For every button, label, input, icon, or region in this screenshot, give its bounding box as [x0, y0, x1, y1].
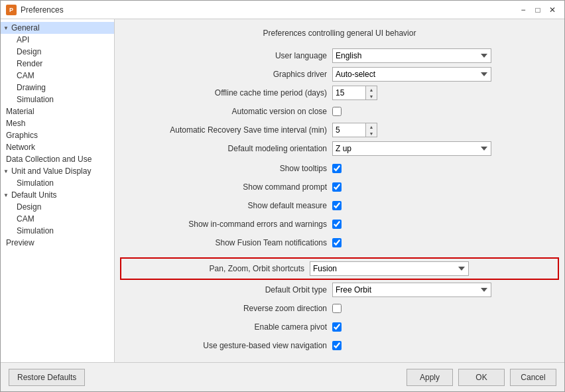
offline-cache-row: Offline cache time period (days) ▲ ▼: [120, 86, 559, 100]
auto-recovery-input[interactable]: [332, 123, 365, 137]
user-language-select[interactable]: English Français Deutsch: [332, 48, 491, 63]
sidebar-item-render[interactable]: Render: [11, 58, 114, 70]
pan-zoom-label: Pan, Zoom, Orbit shortcuts: [124, 264, 310, 273]
reverse-zoom-checkbox[interactable]: [332, 304, 342, 313]
sidebar-item-cam2[interactable]: CAM: [11, 213, 114, 225]
graphics-driver-select[interactable]: Auto-select DirectX 11 OpenGL: [332, 67, 491, 82]
sidebar-default-units-children: Design CAM Simulation: [1, 201, 114, 237]
offline-cache-up-btn[interactable]: ▲: [366, 86, 377, 93]
auto-recovery-up-btn[interactable]: ▲: [366, 123, 377, 130]
footer-right: Apply OK Cancel: [407, 369, 556, 386]
sidebar-item-drawing[interactable]: Drawing: [11, 82, 114, 94]
default-orbit-row: Default Orbit type Free Orbit Constraine…: [120, 283, 559, 297]
sidebar-item-mesh[interactable]: Mesh: [1, 117, 114, 129]
auto-version-label: Automatic version on close: [120, 107, 332, 116]
window-title: Preferences: [21, 5, 64, 15]
show-fusion-checkbox[interactable]: [332, 238, 342, 247]
chevron-down-icon: ▼: [3, 25, 9, 31]
enable-camera-label: Enable camera pivot: [120, 322, 332, 332]
panel-header: Preferences controlling general UI behav…: [120, 25, 559, 42]
show-command-label: Show command prompt: [120, 182, 332, 192]
right-panel: Preferences controlling general UI behav…: [115, 19, 564, 362]
show-default-checkbox[interactable]: [332, 201, 342, 210]
user-language-row: User language English Français Deutsch: [120, 48, 559, 63]
auto-recovery-spinner-btns: ▲ ▼: [365, 123, 377, 137]
use-gesture-label: Use gesture-based view navigation: [120, 341, 332, 350]
sidebar-item-simulation3[interactable]: Simulation: [11, 225, 114, 237]
ok-button[interactable]: OK: [458, 369, 505, 386]
user-language-label: User language: [120, 51, 332, 60]
use-gesture-checkbox[interactable]: [332, 341, 342, 350]
use-gesture-row: Use gesture-based view navigation: [120, 338, 559, 353]
window-controls: − □ ✕: [517, 3, 559, 17]
chevron-down-icon2: ▼: [3, 168, 9, 174]
auto-recovery-down-btn[interactable]: ▼: [366, 130, 377, 137]
default-orbit-select[interactable]: Free Orbit Constrained Orbit: [332, 283, 491, 297]
sidebar-item-network[interactable]: Network: [1, 141, 114, 153]
default-orbit-label: Default Orbit type: [120, 285, 332, 294]
pan-zoom-select[interactable]: Fusion SolidWorks Alias Inventor: [310, 261, 469, 276]
auto-recovery-label: Automatic Recovery Save time interval (m…: [120, 125, 332, 135]
show-default-label: Show default measure: [120, 201, 332, 210]
sidebar-item-design2[interactable]: Design: [11, 201, 114, 213]
offline-cache-spinner-btns: ▲ ▼: [365, 86, 377, 100]
show-incommand-row: Show in-command errors and warnings: [120, 217, 559, 231]
preferences-window: P Preferences − □ ✕ ▼ General API Design…: [0, 0, 565, 392]
auto-recovery-spinner: ▲ ▼: [332, 123, 377, 137]
enable-camera-row: Enable camera pivot: [120, 320, 559, 334]
sidebar-item-data-collection[interactable]: Data Collection and Use: [1, 153, 114, 165]
sidebar-item-simulation[interactable]: Simulation: [11, 94, 114, 105]
apply-button[interactable]: Apply: [407, 369, 453, 386]
restore-defaults-button[interactable]: Restore Defaults: [9, 369, 85, 386]
sidebar: ▼ General API Design Render CAM Drawing …: [1, 19, 115, 362]
offline-cache-label: Offline cache time period (days): [120, 88, 332, 98]
chevron-down-icon3: ▼: [3, 192, 9, 198]
sidebar-item-preview[interactable]: Preview: [1, 237, 114, 249]
default-modeling-select[interactable]: Z up Y up: [332, 141, 491, 156]
graphics-driver-label: Graphics driver: [120, 70, 332, 79]
maximize-button[interactable]: □: [531, 3, 544, 17]
graphics-driver-row: Graphics driver Auto-select DirectX 11 O…: [120, 67, 559, 82]
show-default-row: Show default measure: [120, 198, 559, 213]
title-bar: P Preferences − □ ✕: [1, 1, 564, 19]
offline-cache-down-btn[interactable]: ▼: [366, 93, 377, 99]
app-icon: P: [6, 5, 17, 15]
sidebar-item-cam-sub[interactable]: CAM: [11, 70, 114, 82]
show-command-checkbox[interactable]: [332, 182, 342, 192]
auto-recovery-row: Automatic Recovery Save time interval (m…: [120, 123, 559, 137]
default-modeling-label: Default modeling orientation: [120, 144, 332, 153]
sidebar-item-general[interactable]: ▼ General: [1, 22, 114, 34]
enable-camera-checkbox[interactable]: [332, 322, 342, 332]
close-button[interactable]: ✕: [546, 3, 559, 17]
reverse-zoom-row: Reverse zoom direction: [120, 301, 559, 316]
show-fusion-label: Show Fusion Team notifications: [120, 238, 332, 247]
pan-zoom-highlighted-row: Pan, Zoom, Orbit shortcuts Fusion SolidW…: [120, 257, 559, 280]
sidebar-item-unit-value[interactable]: ▼ Unit and Value Display: [1, 165, 114, 177]
show-incommand-label: Show in-command errors and warnings: [120, 220, 332, 229]
show-tooltips-checkbox[interactable]: [332, 164, 342, 173]
svg-text:P: P: [9, 7, 13, 13]
sidebar-label-default-units: Default Units: [11, 190, 57, 200]
sidebar-item-simulation2[interactable]: Simulation: [11, 177, 114, 189]
title-bar-left: P Preferences: [6, 5, 64, 15]
sidebar-item-api[interactable]: API: [11, 34, 114, 46]
sidebar-item-design[interactable]: Design: [11, 46, 114, 58]
sidebar-item-default-units[interactable]: ▼ Default Units: [1, 189, 114, 201]
reverse-zoom-label: Reverse zoom direction: [120, 304, 332, 313]
minimize-button[interactable]: −: [517, 3, 530, 17]
sidebar-item-graphics[interactable]: Graphics: [1, 129, 114, 141]
offline-cache-input[interactable]: [332, 86, 365, 100]
auto-version-checkbox[interactable]: [332, 107, 342, 116]
default-modeling-row: Default modeling orientation Z up Y up: [120, 141, 559, 156]
cancel-button[interactable]: Cancel: [510, 369, 556, 386]
show-incommand-checkbox[interactable]: [332, 220, 342, 229]
footer: Restore Defaults Apply OK Cancel: [1, 362, 564, 391]
show-tooltips-row: Show tooltips: [120, 161, 559, 176]
sidebar-unit-value-children: Simulation: [1, 177, 114, 189]
auto-version-row: Automatic version on close: [120, 104, 559, 119]
sidebar-label-unit-value: Unit and Value Display: [11, 166, 92, 176]
sidebar-item-material[interactable]: Material: [1, 105, 114, 117]
sidebar-label-general: General: [11, 23, 40, 33]
show-command-row: Show command prompt: [120, 180, 559, 194]
offline-cache-spinner: ▲ ▼: [332, 86, 377, 100]
